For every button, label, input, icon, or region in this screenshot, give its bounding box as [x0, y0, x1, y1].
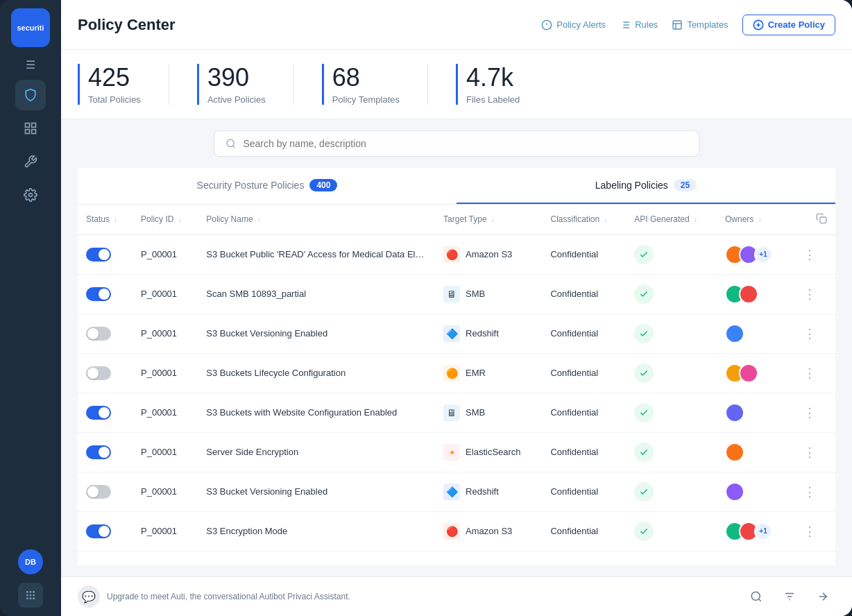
policy-name-cell: S3 Buckets Lifecycle Configuration [198, 353, 435, 393]
svg-line-30 [233, 146, 235, 148]
row-menu-button[interactable]: ⋮ [798, 481, 827, 502]
policies-table: Status ↓ Policy ID ↓ Policy Name ↓ Targe… [78, 205, 835, 551]
tab-security-posture[interactable]: Security Posture Policies 400 [78, 168, 457, 204]
target-name: SMB [466, 407, 485, 418]
rules-button[interactable]: Rules [620, 19, 658, 31]
policy-alerts-label: Policy Alerts [556, 19, 606, 30]
templates-label: Templates [687, 19, 728, 30]
row-menu-button[interactable]: ⋮ [798, 442, 827, 463]
export-bottom-button[interactable] [810, 584, 835, 609]
gear-icon [24, 188, 37, 202]
status-toggle[interactable] [86, 366, 111, 380]
search-box[interactable] [214, 130, 699, 157]
row-menu-button[interactable]: ⋮ [798, 402, 827, 423]
apps-icon[interactable] [18, 583, 43, 608]
target-icon: 🔷 [443, 325, 460, 342]
toggle-knob [87, 328, 99, 339]
check-icon [639, 368, 649, 378]
policy-name-cell: S3 Buckets with Website Configuration En… [198, 393, 435, 432]
status-toggle[interactable] [86, 485, 111, 499]
col-target-type[interactable]: Target Type ↓ [435, 205, 542, 235]
row-menu-button[interactable]: ⋮ [798, 521, 827, 542]
status-cell [78, 511, 133, 551]
status-cell [78, 353, 133, 393]
sidebar-item-chart[interactable] [15, 113, 46, 144]
create-policy-label: Create Policy [768, 19, 825, 30]
search-input[interactable] [243, 138, 688, 149]
svg-point-9 [30, 594, 32, 597]
policy-name-cell: S3 Bucket Versioning Enabled [198, 472, 435, 511]
chat-icon: 💬 [78, 585, 100, 608]
status-toggle[interactable] [86, 406, 111, 420]
policy-id-cell: P_00001 [133, 353, 198, 393]
classification-cell: Confidential [542, 314, 626, 353]
grid-icon [25, 590, 36, 601]
chat-bubble[interactable]: 💬 Upgrade to meet Auti, the conversation… [78, 585, 350, 608]
row-menu-button[interactable]: ⋮ [798, 244, 827, 265]
svg-rect-1 [32, 123, 36, 128]
copy-icon[interactable] [816, 213, 827, 224]
col-policy-id[interactable]: Policy ID ↓ [133, 205, 198, 235]
policy-name-cell: Scan SMB 10893_partial [198, 274, 435, 314]
table-row: P_00001 S3 Bucket Public 'READ' Access f… [78, 234, 835, 274]
filter-bottom-button[interactable] [777, 584, 802, 609]
table-container: Status ↓ Policy ID ↓ Policy Name ↓ Targe… [78, 205, 835, 565]
row-menu-button[interactable]: ⋮ [798, 284, 827, 305]
page-title: Policy Center [78, 16, 176, 34]
col-classification[interactable]: Classification ↓ [542, 205, 626, 235]
user-avatar[interactable]: DB [18, 549, 43, 574]
policy-id-cell: P_00001 [133, 432, 198, 472]
svg-line-33 [758, 599, 760, 601]
target-name: ElasticSearch [466, 447, 520, 457]
toggle-knob [99, 289, 110, 300]
status-toggle[interactable] [86, 524, 111, 538]
stat-total-number: 425 [88, 64, 141, 92]
svg-point-29 [227, 139, 234, 146]
policy-alerts-button[interactable]: Policy Alerts [541, 19, 606, 31]
api-generated-cell [626, 511, 717, 551]
templates-button[interactable]: Templates [672, 19, 728, 31]
status-toggle[interactable] [86, 445, 111, 459]
svg-point-4 [29, 194, 33, 197]
svg-rect-3 [26, 130, 30, 134]
shield-icon [24, 88, 37, 102]
search-bottom-button[interactable] [744, 584, 769, 609]
stats-bar: 425 Total Policies 390 Active Policies 6… [61, 50, 852, 119]
stat-files-number: 4.7k [466, 64, 520, 92]
policy-id-cell: P_00001 [133, 393, 198, 432]
col-policy-name[interactable]: Policy Name ↓ [198, 205, 435, 235]
table-row: P_00001 Server Side Encryption 🔸 Elastic… [78, 432, 835, 472]
stat-active-number: 390 [207, 64, 266, 92]
create-policy-button[interactable]: Create Policy [742, 15, 835, 35]
status-toggle[interactable] [86, 327, 111, 341]
tab-labeling[interactable]: Labeling Policies 25 [457, 168, 835, 204]
logo[interactable]: securiti [11, 8, 50, 47]
bottom-actions [744, 584, 835, 609]
status-toggle[interactable] [86, 248, 111, 262]
sidebar-item-wrench[interactable] [15, 146, 46, 177]
target-type-cell: 🔴 Amazon S3 [435, 234, 542, 274]
owners-cell: +1 [717, 511, 790, 551]
status-cell [78, 314, 133, 353]
policy-id-cell: P_00001 [133, 314, 198, 353]
stat-files-label: Files Labeled [466, 94, 520, 105]
row-menu-button[interactable]: ⋮ [798, 323, 827, 344]
stat-templates-label: Policy Templates [332, 94, 400, 105]
logo-text: securiti [17, 24, 44, 32]
status-toggle[interactable] [86, 287, 111, 301]
toggle-knob [99, 526, 110, 537]
tab-labeling-label: Labeling Policies [595, 180, 668, 191]
sidebar-item-shield[interactable] [15, 80, 46, 110]
col-api-generated[interactable]: API Generated ↓ [626, 205, 717, 235]
api-generated-cell [626, 314, 717, 353]
col-status[interactable]: Status ↓ [78, 205, 133, 235]
target-type-cell: 🔷 Redshift [435, 472, 542, 511]
api-badge [634, 443, 654, 462]
status-cell [78, 472, 133, 511]
col-owners[interactable]: Owners ↓ [717, 205, 790, 235]
sidebar-item-gear[interactable] [15, 180, 46, 210]
api-generated-cell [626, 393, 717, 432]
svg-point-6 [30, 591, 32, 593]
menu-icon[interactable]: ☰ [26, 58, 35, 71]
row-menu-button[interactable]: ⋮ [798, 363, 827, 384]
